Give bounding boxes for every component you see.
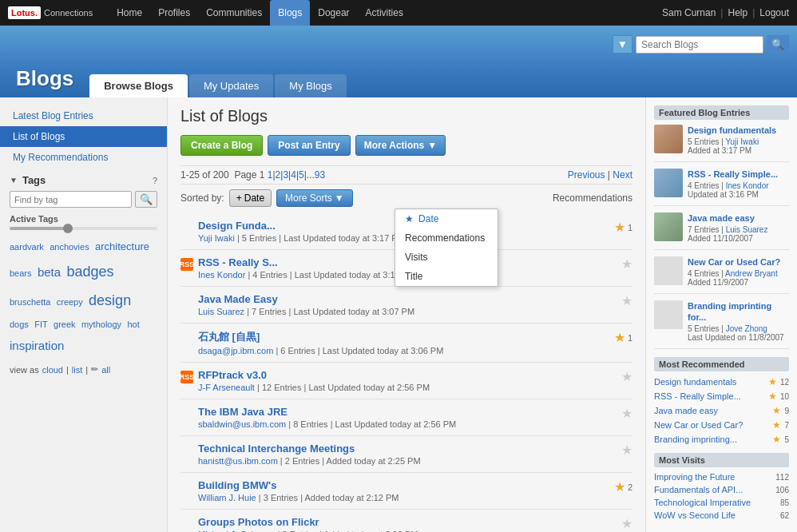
edit-icon[interactable]: ✏	[91, 364, 98, 375]
page-3-link[interactable]: 3	[283, 169, 288, 181]
sidebar-item-recommendations[interactable]: My Recommendations	[0, 147, 167, 168]
sort-option-date[interactable]: ★ Date	[395, 209, 498, 228]
logout-link[interactable]: Logout	[759, 7, 789, 18]
blog-author-link[interactable]: sbaldwin@us.ibm.com	[198, 419, 286, 429]
help-link[interactable]: Help	[728, 7, 747, 18]
most-rec-link[interactable]: Design fundamentals	[654, 377, 765, 387]
tab-browse-blogs[interactable]: Browse Blogs	[89, 74, 188, 97]
star-filled-icon[interactable]: ★	[614, 220, 625, 235]
view-list-link[interactable]: list	[72, 365, 82, 375]
star-empty-icon[interactable]: ★	[621, 256, 632, 272]
tag-aardvark[interactable]: aardvark	[10, 242, 44, 252]
blog-author-link[interactable]: William J. Huie	[198, 493, 256, 502]
search-dropdown-button[interactable]: ▼	[613, 35, 632, 54]
star-empty-icon[interactable]: ★	[621, 369, 632, 384]
blog-author-link[interactable]: J-F Arseneault	[198, 383, 255, 392]
star-empty-icon[interactable]: ★	[621, 293, 632, 308]
page-5-link[interactable]: 5	[299, 169, 304, 181]
nav-dogear[interactable]: Dogear	[310, 0, 357, 26]
page-4-link[interactable]: 4	[291, 169, 296, 181]
featured-author-link[interactable]: Yuji Iwaki	[725, 137, 759, 146]
next-link[interactable]: Next	[613, 169, 632, 181]
search-input[interactable]	[636, 36, 763, 54]
post-entry-button[interactable]: Post an Entry	[268, 135, 350, 156]
tag-inspiration[interactable]: inspiration	[10, 339, 64, 352]
most-visit-link[interactable]: Fundamentals of API...	[654, 485, 772, 494]
blog-title-link[interactable]: 石丸館 [自黒]	[198, 331, 260, 343]
page-2-link[interactable]: 2	[276, 169, 281, 181]
page-1-link[interactable]: 1	[268, 169, 273, 181]
tag-dogs[interactable]: dogs	[10, 320, 29, 329]
most-visit-link[interactable]: WoW vs Second Life	[654, 510, 777, 520]
tag-search-input[interactable]	[10, 191, 132, 208]
blog-title-link[interactable]: Technical Interchange Meetings	[198, 443, 355, 455]
star-empty-icon[interactable]: ★	[621, 406, 632, 421]
most-visit-link[interactable]: Improving the Future	[654, 472, 772, 482]
tags-help-icon[interactable]: ?	[153, 176, 157, 185]
search-button[interactable]: 🔍	[767, 35, 789, 54]
featured-title-link[interactable]: Branding imprinting for...	[688, 301, 771, 322]
tab-my-updates[interactable]: My Updates	[189, 74, 273, 97]
nav-blogs[interactable]: Blogs	[270, 0, 310, 26]
blog-author-link[interactable]: dsaga@jp.ibm.com	[198, 346, 273, 355]
sidebar-item-list[interactable]: List of Blogs	[0, 126, 167, 147]
nav-profiles[interactable]: Profiles	[150, 0, 198, 26]
sort-date-button[interactable]: + Date	[229, 189, 272, 207]
featured-title-link[interactable]: Java made easy	[688, 213, 755, 223]
featured-author-link[interactable]: Luis Suarez	[726, 225, 768, 234]
star-filled-icon[interactable]: ★	[614, 330, 625, 345]
blog-title-link[interactable]: Design Funda...	[198, 220, 276, 232]
tag-fit[interactable]: FIT	[34, 320, 48, 329]
sidebar-item-latest[interactable]: Latest Blog Entries	[0, 105, 167, 126]
tag-design[interactable]: design	[89, 292, 131, 308]
star-empty-icon[interactable]: ★	[621, 516, 632, 531]
blog-title-link[interactable]: RFPtrack v3.0	[198, 369, 267, 381]
tag-anchovies[interactable]: anchovies	[50, 242, 89, 252]
tag-creepy[interactable]: creepy	[57, 297, 83, 307]
tab-my-blogs[interactable]: My Blogs	[275, 74, 346, 97]
featured-title-link[interactable]: Design fundamentals	[688, 125, 776, 135]
most-rec-link[interactable]: New Car or Used Car?	[654, 420, 769, 430]
tag-greek[interactable]: greek	[54, 320, 76, 329]
tag-bears[interactable]: bears	[10, 268, 32, 278]
most-rec-link[interactable]: Java made easy	[654, 406, 769, 415]
blog-author-link[interactable]: Yuji Iwaki	[198, 233, 235, 243]
blog-title-link[interactable]: The IBM Java JRE	[198, 406, 287, 418]
featured-title-link[interactable]: RSS - Really Simple...	[688, 169, 778, 179]
featured-author-link[interactable]: Andrew Bryant	[725, 269, 778, 278]
tag-beta[interactable]: beta	[38, 265, 61, 279]
blog-author-link[interactable]: Luis Suarez	[198, 307, 244, 316]
tag-bruschetta[interactable]: bruschetta	[10, 297, 50, 307]
featured-author-link[interactable]: Jove Zhong	[726, 324, 767, 333]
previous-link[interactable]: Previous	[568, 169, 605, 181]
most-rec-link[interactable]: Branding imprinting...	[654, 435, 769, 444]
tag-architecture[interactable]: architecture	[95, 240, 149, 252]
tag-badges[interactable]: badges	[66, 264, 113, 280]
create-blog-button[interactable]: Create a Blog	[180, 135, 263, 156]
sort-option-visits[interactable]: Visits	[395, 248, 498, 267]
more-actions-button[interactable]: More Actions ▼	[355, 135, 446, 156]
page-93-link[interactable]: 93	[315, 169, 325, 181]
star-empty-icon[interactable]: ★	[621, 443, 632, 458]
nav-home[interactable]: Home	[109, 0, 150, 26]
tag-search-button[interactable]: 🔍	[135, 191, 157, 208]
nav-communities[interactable]: Communities	[198, 0, 270, 26]
tag-slider-thumb[interactable]	[63, 224, 73, 233]
sort-option-title[interactable]: Title	[395, 267, 498, 286]
blog-title-link[interactable]: Java Made Easy	[198, 293, 278, 305]
featured-author-link[interactable]: Ines Kondor	[726, 181, 769, 190]
blog-author-link[interactable]: hanistt@us.ibm.com	[198, 456, 278, 466]
view-cloud-link[interactable]: cloud	[42, 365, 63, 375]
most-rec-link[interactable]: RSS - Really Simple...	[654, 391, 765, 401]
view-all-link[interactable]: all	[101, 365, 110, 375]
blog-author-link[interactable]: Ines Kondor	[198, 270, 245, 280]
blog-title-link[interactable]: RSS - Really S...	[198, 256, 278, 268]
star-filled-icon[interactable]: ★	[614, 479, 625, 494]
sort-option-recommendations[interactable]: Recommendations	[395, 228, 498, 248]
nav-activities[interactable]: Activities	[358, 0, 411, 26]
blog-title-link[interactable]: Building BMW's	[198, 479, 276, 491]
most-visit-link[interactable]: Technological Imperative	[654, 498, 777, 507]
more-sorts-button[interactable]: More Sorts ▼	[276, 189, 353, 207]
featured-title-link[interactable]: New Car or Used Car?	[688, 257, 780, 267]
tag-slider[interactable]	[10, 227, 157, 230]
